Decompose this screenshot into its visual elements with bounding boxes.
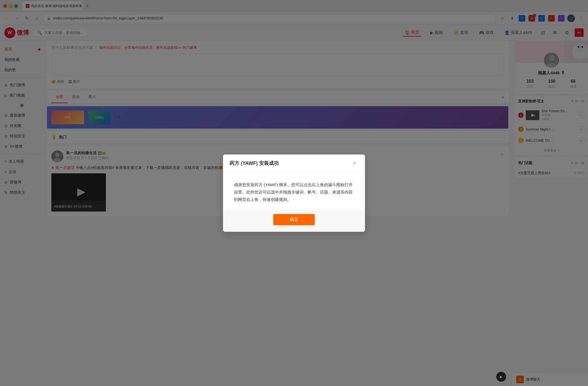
modal-close-button[interactable]: × [351, 159, 358, 167]
modal-title: 药方 (YAWF) 安装成功 [230, 160, 279, 167]
modal-header: 药方 (YAWF) 安装成功 × [223, 155, 365, 172]
modal-confirm-button[interactable]: 确定 [273, 214, 315, 225]
modal-overlay[interactable]: 药方 (YAWF) 安装成功 × 感谢您安装药方 (YAWF) 脚本。您可以点击… [0, 0, 588, 386]
modal-body: 感谢您安装药方 (YAWF) 脚本。您可以点击右上角的漏斗图标打开设置。此外您还… [223, 172, 365, 210]
modal-footer: 确定 [223, 210, 365, 232]
modal-dialog: 药方 (YAWF) 安装成功 × 感谢您安装药方 (YAWF) 脚本。您可以点击… [223, 155, 365, 232]
modal-text: 感谢您安装药方 (YAWF) 脚本。您可以点击右上角的漏斗图标打开设置。此外您还… [234, 181, 354, 203]
